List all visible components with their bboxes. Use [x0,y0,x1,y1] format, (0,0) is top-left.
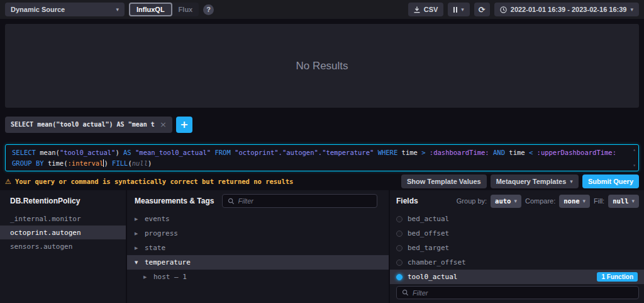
download-icon [414,6,420,13]
fill-dropdown[interactable]: null ▾ [608,195,639,208]
graph-panel: No Results [5,24,639,108]
close-icon[interactable]: × [160,120,167,129]
caret-right-icon: ▶ [135,231,140,236]
measurement-label: progress [145,229,178,237]
field-bed-target[interactable]: bed_target [390,241,644,255]
query-line-2: GROUP BY time(:interval) FILL(null) [12,158,632,169]
tab-flux[interactable]: Flux [172,3,199,16]
query-warning: ⚠ Your query or command is syntactically… [5,178,293,186]
field-tool0-actual[interactable]: tool0_actual 1 Function [390,270,644,284]
fields-column: Fields Group by: auto ▾ Compare: none ▾ … [390,190,644,303]
caret-right-icon: ▶ [143,275,149,280]
compare-value: none [564,197,579,205]
measurement-label: temperature [145,258,191,266]
metaquery-templates-dropdown[interactable]: Metaquery Templates ▾ [491,174,579,188]
tag-label: host — 1 [153,273,187,281]
fill-label: Fill: [594,197,604,205]
refresh-button[interactable]: ⟳ [474,3,490,16]
fields-header: Fields [396,197,418,205]
clock-icon [500,6,507,13]
measurements-filter[interactable] [222,194,378,208]
compare-dropdown[interactable]: none ▾ [559,195,590,208]
chevron-down-icon: ▾ [631,198,635,204]
field-toggle-icon [396,274,402,280]
chronograf-data-explorer: Dynamic Source ▾ InfluxQL Flux ? CSV ▾ ⟳… [0,0,644,303]
query-tab-bar: SELECT mean("tool0_actual") AS "mean_too… [5,116,192,133]
metaquery-templates-label: Metaquery Templates [496,178,567,185]
fields-header-row: Fields Group by: auto ▾ Compare: none ▾ … [390,190,644,212]
db-item-sensors-autogen[interactable]: sensors.autogen [0,239,126,253]
query-language-toggle: InfluxQL Flux [129,3,199,16]
group-by-value: auto [495,197,511,205]
measurement-state[interactable]: ▶ state [127,241,389,255]
db-item-octoprint-autogen[interactable]: octoprint.autogen [0,226,126,239]
field-toggle-icon [396,231,402,237]
chevron-down-icon: ▾ [514,198,517,204]
db-retention-header: DB.RetentionPolicy [10,197,80,205]
measurements-column: Measurements & Tags ▶ events ▶ progress … [127,190,390,303]
search-icon [402,289,409,296]
field-label: tool0_actual [408,273,457,281]
search-icon [228,198,235,205]
measurement-events[interactable]: ▶ events [127,212,389,226]
editor-action-buttons: Show Template Values Metaquery Templates… [401,174,639,188]
query-tab[interactable]: SELECT mean("tool0_actual") AS "mean_too… [5,117,172,133]
field-label: chamber_offset [408,258,466,266]
chevron-down-icon: ▾ [583,198,586,204]
tag-host[interactable]: ▶ host — 1 [127,270,389,284]
query-editor[interactable]: SELECT mean("tool0_actual") AS "mean_too… [5,144,639,171]
fields-header-controls: Group by: auto ▾ Compare: none ▾ Fill: n… [457,195,639,208]
show-template-values-button[interactable]: Show Template Values [401,174,487,188]
db-retention-column: DB.RetentionPolicy _internal.monitor oct… [0,190,127,303]
fields-filter-input[interactable] [413,289,633,297]
caret-right-icon: ▶ [135,217,140,222]
measurement-label: state [145,244,165,252]
measurement-temperature[interactable]: ▼ temperature [127,255,389,270]
field-bed-actual[interactable]: bed_actual [390,212,644,226]
pause-autorefresh-dropdown[interactable]: ▾ [448,3,470,16]
pause-icon [453,7,457,13]
caret-down-icon: ▼ [135,260,140,265]
field-toggle-icon [396,245,402,251]
csv-download-button[interactable]: CSV [408,3,444,16]
add-query-button[interactable]: + [176,117,192,133]
group-by-dropdown[interactable]: auto ▾ [491,195,521,208]
warning-icon: ⚠ [5,178,11,186]
group-by-label: Group by: [457,197,487,205]
editor-scroll-hints: ▴ ▾ [633,146,636,170]
field-chamber-offset[interactable]: chamber_offset [390,255,644,270]
warning-text: Your query or command is syntactically c… [15,178,294,185]
help-icon[interactable]: ? [203,4,214,15]
schema-builder: DB.RetentionPolicy _internal.monitor oct… [0,190,644,303]
source-dropdown[interactable]: Dynamic Source ▾ [5,3,125,16]
chevron-down-icon: ▾ [570,179,573,185]
topbar: Dynamic Source ▾ InfluxQL Flux ? CSV ▾ ⟳… [0,0,644,19]
measurement-label: events [145,215,170,223]
db-item-internal-monitor[interactable]: _internal.monitor [0,212,126,226]
field-toggle-icon [396,260,402,266]
scroll-down-icon[interactable]: ▾ [633,163,636,168]
submit-query-button[interactable]: Submit Query [582,174,639,188]
topbar-right-group: CSV ▾ ⟳ 2022-01-01 16:39 - 2023-02-16 16… [408,3,639,16]
no-results-message: No Results [296,60,348,72]
chevron-down-icon: ▾ [630,7,633,13]
time-range-dropdown[interactable]: 2022-01-01 16:39 - 2023-02-16 16:39 ▾ [494,3,639,16]
scroll-up-icon[interactable]: ▴ [633,147,636,152]
measurements-header-row: Measurements & Tags [127,190,389,212]
function-count-badge[interactable]: 1 Function [597,272,638,282]
csv-label: CSV [424,6,438,13]
db-retention-header-row: DB.RetentionPolicy [0,190,126,212]
measurements-filter-input[interactable] [238,197,372,205]
time-range-label: 2022-01-01 16:39 - 2023-02-16 16:39 [511,6,627,13]
measurements-header: Measurements & Tags [135,197,214,205]
plus-icon: + [180,118,188,130]
field-toggle-icon [396,216,402,222]
tab-influxql[interactable]: InfluxQL [129,3,172,16]
editor-status-row: ⚠ Your query or command is syntactically… [5,174,639,189]
caret-right-icon: ▶ [135,246,140,251]
field-bed-offset[interactable]: bed_offset [390,226,644,241]
chevron-down-icon: ▾ [116,7,119,13]
compare-label: Compare: [525,197,555,205]
measurement-progress[interactable]: ▶ progress [127,226,389,241]
fields-filter[interactable] [396,286,639,299]
